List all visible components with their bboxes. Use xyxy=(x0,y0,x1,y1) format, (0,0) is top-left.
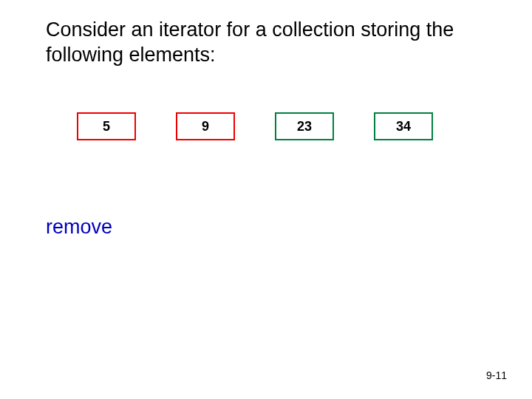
collection-cell-3: 34 xyxy=(374,112,433,140)
collection-cell-2: 23 xyxy=(275,112,334,140)
operation-label: remove xyxy=(46,216,112,239)
slide-title: Consider an iterator for a collection st… xyxy=(46,18,489,68)
slide: Consider an iterator for a collection st… xyxy=(0,0,532,399)
collection-cell-1: 9 xyxy=(176,112,235,140)
collection-cell-0: 5 xyxy=(77,112,136,140)
collection-row: 5 9 23 34 xyxy=(77,112,433,140)
page-number: 9-11 xyxy=(486,369,507,381)
